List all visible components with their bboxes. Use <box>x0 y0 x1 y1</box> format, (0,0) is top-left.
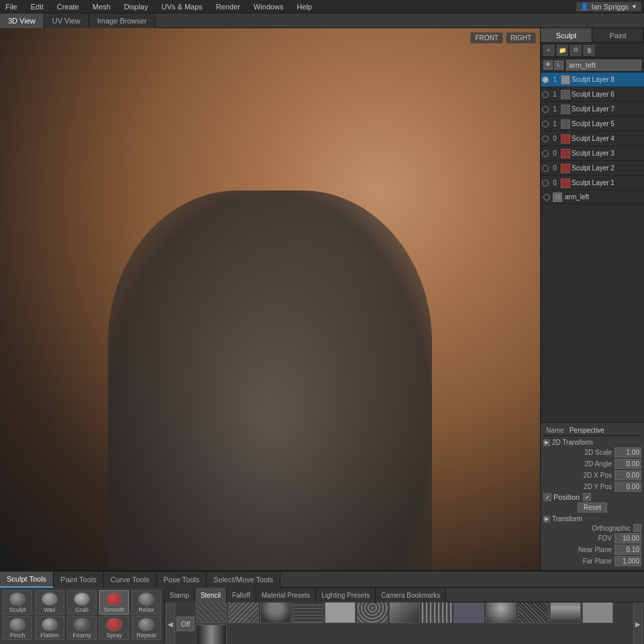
name-value: Perspective <box>570 427 604 434</box>
layer-row-1[interactable]: 0 Sculpt Layer 1 <box>541 176 644 191</box>
tab-uvview[interactable]: UV View <box>44 13 89 28</box>
stamp-tab-stamp[interactable]: Stamp <box>164 588 195 602</box>
layers-list: 1 Sculpt Layer 8 1 Sculpt Layer 6 1 Scul… <box>541 72 644 422</box>
stencil-thumb-1[interactable] <box>196 602 227 623</box>
tool-tab-curve[interactable]: Curve Tools <box>104 572 157 588</box>
user-area[interactable]: 👤 Ian Spriggs ▼ <box>576 2 641 11</box>
layer-row-8[interactable]: 1 Sculpt Layer 8 <box>541 72 644 87</box>
layer-row-4[interactable]: 0 Sculpt Layer 4 <box>541 131 644 146</box>
pinch-tool-button[interactable]: Pinch <box>3 616 32 640</box>
layer-vis-dot-6[interactable] <box>542 91 549 98</box>
tab-imagebrowser[interactable]: Image Browser <box>89 13 156 28</box>
layer-row-6[interactable]: 1 Sculpt Layer 6 <box>541 87 644 102</box>
menu-display[interactable]: Display <box>121 3 151 11</box>
front-view-button[interactable]: FRONT <box>470 32 502 44</box>
layer-vis-dot-4[interactable] <box>542 136 549 142</box>
orthographic-checkbox[interactable] <box>633 524 641 532</box>
smooth-tool-button[interactable]: Smooth <box>99 590 129 614</box>
transform-toggle[interactable]: ▶ <box>543 516 550 523</box>
layer-vis-dot-5[interactable] <box>542 121 549 127</box>
stencil-thumb-9[interactable] <box>453 602 484 623</box>
stencil-thumb-8[interactable] <box>421 602 452 623</box>
grab-tool-button[interactable]: Grab <box>67 590 97 614</box>
stencil-thumb-4[interactable] <box>292 602 323 623</box>
2d-transform-header[interactable]: ▶ 2D Transform <box>543 439 641 446</box>
position-checkbox[interactable]: ✓ <box>543 493 551 501</box>
layer-row-7[interactable]: 1 Sculpt Layer 7 <box>541 102 644 117</box>
arm-vis-dot[interactable] <box>543 194 550 201</box>
layer-row-3[interactable]: 0 Sculpt Layer 3 <box>541 146 644 161</box>
stamp-tab-material[interactable]: Material Presets <box>256 588 316 602</box>
tool-tab-paint[interactable]: Paint Tools <box>54 572 104 588</box>
layer-vis-dot-1[interactable] <box>542 180 549 186</box>
stencil-thumb-14[interactable] <box>196 625 227 644</box>
stencil-scroll-left[interactable]: ◀ <box>166 602 175 644</box>
relax-tool-button[interactable]: Relax <box>131 590 161 614</box>
tool-tab-selectmove[interactable]: Select/Move Tools <box>207 572 280 588</box>
stamp-tab-camera[interactable]: Camera Bookmarks <box>376 588 446 602</box>
layer-copy-icon[interactable]: ⧉ <box>570 45 581 56</box>
stencil-thumb-13[interactable] <box>582 602 613 623</box>
stencil-thumb-12[interactable] <box>550 602 581 623</box>
menu-windows[interactable]: Windows <box>251 3 286 11</box>
stencil-thumb-5[interactable] <box>325 602 356 623</box>
menu-render[interactable]: Render <box>213 3 243 11</box>
scale-value[interactable]: 1.00 <box>614 447 641 458</box>
arm-left-row[interactable]: ⬡ arm_left <box>541 191 644 204</box>
stencil-thumb-3[interactable] <box>260 602 291 623</box>
ypos-value[interactable]: 0.00 <box>614 482 641 492</box>
tab-paint[interactable]: Paint <box>592 28 644 42</box>
layer-vis-dot-8[interactable] <box>542 76 549 83</box>
lock-icon[interactable]: L <box>554 60 564 70</box>
foamy-tool-button[interactable]: Foamy <box>67 616 97 640</box>
flatten-tool-button[interactable]: Flatten <box>35 616 64 640</box>
stencil-thumb-7[interactable] <box>389 602 420 623</box>
stamp-tab-falloff[interactable]: Falloff <box>227 588 256 602</box>
layer-folder-icon[interactable]: 📁 <box>557 45 568 56</box>
sculpt-tools-area: Sculpt Wax Grab Smooth <box>0 588 164 644</box>
menu-mesh[interactable]: Mesh <box>90 3 113 11</box>
stamp-tab-lighting[interactable]: Lighting Presets <box>316 588 376 602</box>
stamp-tab-stencil[interactable]: Stencil <box>195 588 227 602</box>
layer-vis-dot-3[interactable] <box>542 150 549 157</box>
near-value[interactable]: 0.10 <box>614 545 641 555</box>
viewport[interactable]: FRONT RIGHT <box>0 28 540 570</box>
reset-button[interactable]: Reset <box>578 502 607 513</box>
tool-tab-sculpt[interactable]: Sculpt Tools <box>0 572 54 588</box>
sculpt-tool-button[interactable]: Sculpt <box>3 590 32 614</box>
stencil-thumb-11[interactable] <box>518 602 549 623</box>
stencil-thumb-2[interactable] <box>228 602 259 623</box>
stencil-thumb-10[interactable] <box>486 602 517 623</box>
layer-delete-icon[interactable]: 🗑 <box>584 45 594 56</box>
2d-transform-toggle[interactable]: ▶ <box>543 439 550 446</box>
visibility-eye-icon[interactable]: 👁 <box>543 60 553 70</box>
far-value[interactable]: 1,000 <box>614 556 641 566</box>
tab-3dview[interactable]: 3D View <box>0 13 44 28</box>
tab-sculpt[interactable]: Sculpt <box>541 28 592 42</box>
layer-new-icon[interactable]: + <box>543 45 554 56</box>
layer-row-5[interactable]: 1 Sculpt Layer 5 <box>541 117 644 131</box>
menu-edit[interactable]: Edit <box>28 3 46 11</box>
angle-value[interactable]: 0.00 <box>614 459 641 469</box>
stencil-off-button[interactable]: Off <box>176 616 195 631</box>
repeat-tool-button[interactable]: Repeat <box>131 616 161 640</box>
transform-header[interactable]: ▶ Transform <box>543 515 641 523</box>
right-view-button[interactable]: RIGHT <box>506 32 536 44</box>
menu-help[interactable]: Help <box>294 3 315 11</box>
layer-row-2[interactable]: 0 Sculpt Layer 2 <box>541 161 644 176</box>
position-checkbox2[interactable]: ✓ <box>583 493 591 501</box>
menu-uvs[interactable]: UVs & Maps <box>159 3 205 11</box>
layer-vis-dot-2[interactable] <box>542 165 549 172</box>
object-name-field[interactable]: arm_left <box>566 60 641 70</box>
wax-tool-button[interactable]: Wax <box>35 590 64 614</box>
layer-thumb-8 <box>561 75 570 85</box>
xpos-value[interactable]: 0.00 <box>614 470 641 480</box>
layer-vis-dot-7[interactable] <box>542 106 549 113</box>
tool-tab-pose[interactable]: Pose Tools <box>157 572 207 588</box>
stencil-scroll-right[interactable]: ▶ <box>633 602 643 644</box>
fov-value[interactable]: 10.00 <box>614 533 641 543</box>
stencil-thumb-6[interactable] <box>357 602 388 623</box>
menu-file[interactable]: File <box>3 3 20 11</box>
spray-tool-button[interactable]: Spray <box>99 616 129 640</box>
menu-create[interactable]: Create <box>54 3 82 11</box>
